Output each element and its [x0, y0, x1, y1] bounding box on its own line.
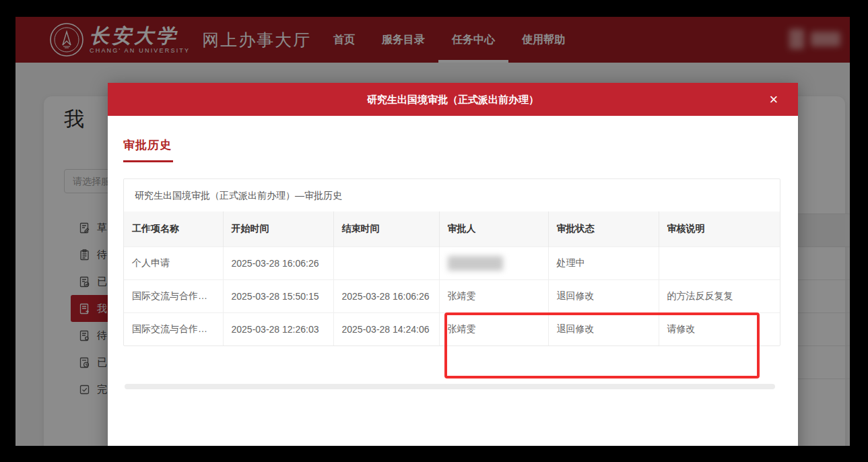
- browser-viewport: 长安大学 CHANG' AN UNIVERSITY 网上办事大厅 首页 服务目录…: [15, 17, 850, 446]
- section-title: 审批历史: [123, 137, 172, 153]
- modal-header: 研究生出国境审批（正式派出前办理） ×: [108, 83, 798, 116]
- cell-end: 2025-03-28 14:24:06: [333, 312, 439, 345]
- approver-name-redacted: [448, 256, 503, 271]
- approval-history-modal: 研究生出国境审批（正式派出前办理） × 审批历史 研究生出国境审批（正式派出前办…: [108, 83, 798, 446]
- cell-note: [659, 246, 780, 279]
- cell-start: 2025-03-28 16:06:26: [223, 246, 333, 279]
- cell-approver: 张靖雯: [439, 279, 548, 312]
- cell-approver: [439, 246, 548, 279]
- table-row: 个人申请 2025-03-28 16:06:26 处理中: [124, 246, 780, 279]
- horizontal-scrollbar[interactable]: [125, 384, 775, 389]
- column-header: 审批状态: [548, 211, 659, 246]
- cell-status: 处理中: [548, 246, 659, 279]
- cell-item: 国际交流与合作处...: [124, 279, 223, 312]
- modal-body: 审批历史 研究生出国境审批（正式派出前办理）—审批历史 工作项名称 开始时间: [108, 116, 798, 446]
- cell-note: 的方法反反复复: [659, 279, 780, 312]
- column-header: 开始时间: [223, 211, 333, 246]
- section-title-underline: [123, 160, 173, 162]
- cell-status: 退回修改: [548, 279, 659, 312]
- table-row: 国际交流与合作处... 2025-03-28 15:50:15 2025-03-…: [124, 279, 780, 312]
- close-icon[interactable]: ×: [764, 90, 783, 109]
- cell-status: 退回修改: [548, 312, 659, 345]
- table-caption: 研究生出国境审批（正式派出前办理）—审批历史: [124, 179, 780, 211]
- table-header-row: 工作项名称 开始时间 结束时间 审批人 审批状态 审核说明: [124, 211, 780, 246]
- column-header: 审批人: [439, 211, 548, 246]
- table-row: 国际交流与合作处... 2025-03-28 12:26:03 2025-03-…: [124, 312, 780, 345]
- cell-note: 请修改: [659, 312, 780, 345]
- column-header: 工作项名称: [124, 211, 223, 246]
- cell-approver: 张靖雯: [439, 312, 548, 345]
- approval-history-table: 研究生出国境审批（正式派出前办理）—审批历史 工作项名称 开始时间 结束时间 审…: [123, 178, 780, 346]
- cell-start: 2025-03-28 12:26:03: [223, 312, 333, 345]
- cell-end: 2025-03-28 16:06:26: [333, 279, 439, 312]
- cell-start: 2025-03-28 15:50:15: [223, 279, 333, 312]
- cell-item: 国际交流与合作处...: [124, 312, 223, 345]
- modal-title: 研究生出国境审批（正式派出前办理）: [108, 83, 798, 116]
- column-header: 审核说明: [659, 211, 780, 246]
- screenshot-frame: 长安大学 CHANG' AN UNIVERSITY 网上办事大厅 首页 服务目录…: [0, 0, 868, 462]
- cell-end: [333, 246, 439, 279]
- cell-item: 个人申请: [124, 246, 223, 279]
- column-header: 结束时间: [333, 211, 439, 246]
